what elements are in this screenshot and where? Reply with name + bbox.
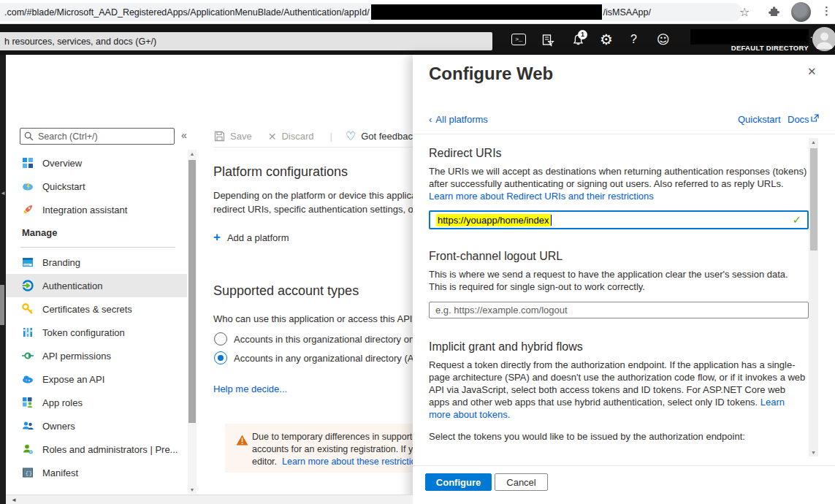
sidebar-item-owners[interactable]: Owners: [6, 414, 187, 438]
account-avatar[interactable]: [812, 27, 835, 51]
branding-icon: www: [22, 256, 34, 268]
discard-label: Discard: [281, 131, 313, 142]
sidebar-item-api-permissions[interactable]: API permissions: [6, 344, 187, 367]
account-email-redaction-box: [690, 29, 809, 45]
notification-count-badge: 1: [578, 30, 587, 39]
sidebar-item-authentication[interactable]: Authentication: [6, 274, 187, 297]
sidebar-item-label: API permissions: [42, 351, 111, 362]
sidebar-item-roles-administrators[interactable]: Roles and administrators | Pre...: [6, 438, 187, 461]
authentication-icon: [22, 280, 34, 291]
radio-unselected-icon[interactable]: [214, 332, 227, 345]
warning-line1: Due to temporary differences in supporte…: [252, 431, 413, 443]
blade-sidebar: Search (Ctrl+/) « Overview Quickstart: [6, 55, 197, 495]
expose-api-icon: [22, 373, 34, 385]
sidebar-search-input[interactable]: Search (Ctrl+/): [20, 128, 175, 145]
overview-icon: [22, 157, 34, 169]
edge-scrollbar-thumb[interactable]: [0, 285, 4, 325]
radio-option-label: Accounts in this organizational director…: [234, 334, 413, 345]
sidebar-item-label: App roles: [42, 397, 83, 408]
notifications-bell[interactable]: 1: [571, 34, 585, 49]
owners-icon: [22, 420, 34, 432]
sidebar-collapse-button[interactable]: «: [181, 129, 187, 141]
restrictions-learn-more-link[interactable]: Learn more about these restrictions.: [282, 457, 413, 467]
redirect-uri-input[interactable]: https://youapp/home/index ✓: [429, 210, 809, 229]
global-search-text: h resources, services, and docs (G+/): [4, 37, 156, 47]
logout-url-input[interactable]: [429, 302, 809, 318]
sidebar-item-label: Certificates & secrets: [42, 304, 132, 315]
url-text-suffix: /isMSAApp/: [603, 7, 651, 18]
app-roles-icon: [22, 397, 34, 408]
global-search-input[interactable]: h resources, services, and docs (G+/): [0, 32, 492, 50]
sidebar-scrollbar[interactable]: ▲ ▼: [188, 150, 197, 494]
azure-portal-screen: .com/#blade/Microsoft_AAD_RegisteredApps…: [0, 0, 835, 504]
sidebar-item-label: Roles and administrators | Pre...: [42, 444, 178, 455]
save-button[interactable]: Save: [214, 131, 252, 142]
sidebar-divider: [20, 247, 175, 248]
settings-gear-icon[interactable]: ⚙: [600, 31, 613, 48]
redirect-uris-learn-more-link[interactable]: Learn more about Redirect URIs and their…: [429, 191, 654, 202]
sidebar-item-certificates-secrets[interactable]: Certificates & secrets: [6, 297, 187, 321]
scroll-left-icon[interactable]: ◄: [11, 497, 17, 503]
sidebar-item-integration-assistant[interactable]: Integration assistant: [6, 198, 187, 221]
cancel-button[interactable]: Cancel: [495, 473, 548, 491]
sidebar-item-expose-an-api[interactable]: Expose an API: [6, 367, 187, 391]
help-me-decide-link[interactable]: Help me decide...: [213, 383, 287, 394]
radio-option-label: Accounts in any organizational directory…: [234, 353, 413, 364]
svg-text:www: www: [24, 264, 30, 267]
panel-scrollbar-thumb[interactable]: [810, 148, 817, 251]
warning-line3: editor. Learn more about these restricti…: [252, 456, 413, 468]
scroll-down-icon[interactable]: ▼: [188, 487, 197, 492]
sidebar-item-token-configuration[interactable]: Token configuration: [6, 321, 187, 344]
bookmark-star-icon[interactable]: ☆: [739, 5, 750, 19]
sidebar-item-quickstart[interactable]: Quickstart: [6, 175, 187, 198]
warning-banner: Due to temporary differences in supporte…: [225, 424, 413, 473]
azure-top-bar: h resources, services, and docs (G+/) >_…: [0, 24, 835, 55]
edge-arrow-icon: ◄: [0, 190, 6, 196]
sidebar-scrollbar-thumb[interactable]: [188, 160, 196, 423]
help-icon[interactable]: ?: [630, 33, 637, 46]
close-panel-icon[interactable]: ✕: [807, 65, 817, 78]
extensions-puzzle-icon[interactable]: [768, 6, 779, 18]
all-platforms-back-link[interactable]: ‹All platforms: [429, 114, 488, 125]
platform-configurations-heading: Platform configurations: [213, 164, 348, 180]
cloud-shell-icon[interactable]: >_: [511, 34, 526, 45]
browser-menu-icon[interactable]: ⋮: [821, 4, 832, 18]
discard-button[interactable]: ✕ Discard: [268, 131, 314, 142]
horizontal-scrollbar[interactable]: ◄: [6, 495, 413, 504]
implicit-grant-description: Request a token directly from the author…: [429, 359, 807, 421]
scroll-down-icon[interactable]: ▼: [809, 450, 818, 455]
background-window-edge: ◄: [0, 55, 6, 504]
directory-filter-icon[interactable]: [541, 34, 554, 47]
radio-option-multitenant[interactable]: Accounts in any organizational directory…: [214, 351, 413, 364]
feedback-smiley-icon[interactable]: ☺: [657, 32, 670, 47]
toolbar-divider: |: [329, 131, 332, 142]
panel-header-divider: [413, 134, 835, 134]
warning-text: Due to temporary differences in supporte…: [252, 431, 413, 468]
scroll-up-icon[interactable]: ▲: [809, 140, 818, 145]
browser-chrome-bar: .com/#blade/Microsoft_AAD_RegisteredApps…: [0, 0, 835, 24]
sidebar-item-manifest[interactable]: {} Manifest: [6, 461, 187, 484]
url-bar[interactable]: .com/#blade/Microsoft_AAD_RegisteredApps…: [0, 3, 742, 21]
directory-label: DEFAULT DIRECTORY: [731, 44, 809, 52]
add-platform-button[interactable]: + Add a platform: [213, 230, 289, 245]
browser-profile-avatar[interactable]: [791, 2, 811, 22]
configure-button[interactable]: Configure: [425, 473, 492, 491]
quickstart-link[interactable]: Quickstart: [738, 114, 781, 125]
external-link-icon: [811, 114, 819, 122]
sidebar-search-placeholder: Search (Ctrl+/): [38, 131, 98, 142]
platform-desc-line2: redirect URIs, specific authentication s…: [213, 204, 413, 215]
radio-option-single-tenant[interactable]: Accounts in this organizational director…: [214, 332, 413, 345]
api-permissions-icon: [22, 350, 34, 362]
docs-link[interactable]: Docs: [788, 114, 819, 125]
sidebar-item-overview[interactable]: Overview: [6, 151, 187, 175]
sidebar-item-app-roles[interactable]: App roles: [6, 391, 187, 414]
configure-web-panel: Configure Web ✕ ‹All platforms Quickstar…: [413, 55, 835, 504]
plus-icon: +: [213, 230, 221, 245]
got-feedback-button[interactable]: ♡ Got feedback: [346, 129, 413, 143]
sidebar-item-branding[interactable]: www Branding: [6, 251, 187, 274]
panel-scrollbar[interactable]: ▲ ▼: [809, 138, 818, 457]
radio-selected-icon[interactable]: [214, 351, 227, 364]
feedback-label: Got feedback: [361, 131, 413, 142]
scroll-up-icon[interactable]: ▲: [188, 151, 197, 156]
platform-desc-line1: Depending on the platform or device this…: [213, 190, 413, 201]
